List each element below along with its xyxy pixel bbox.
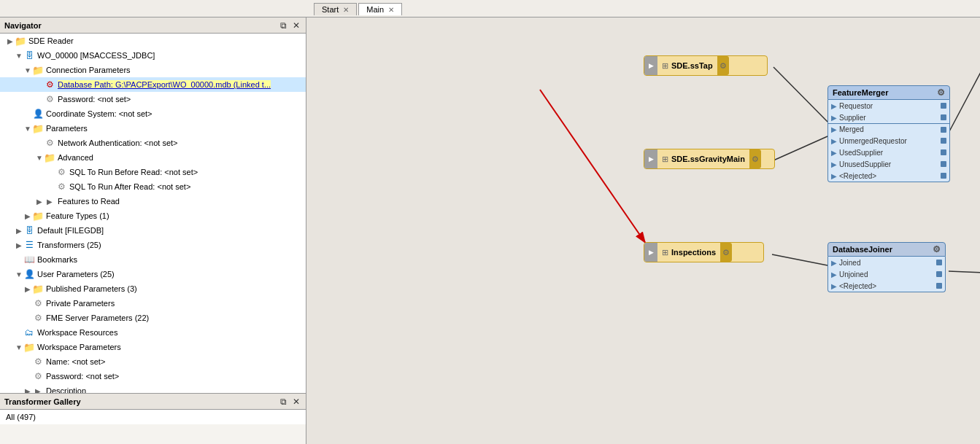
tree-item-bookmarks[interactable]: 📖 Bookmarks (0, 252, 306, 267)
label-advanced: Advanced (58, 153, 93, 162)
node-featuremerger[interactable]: FeatureMerger ⚙ ▶ Requestor ▶ Supplier (827, 85, 950, 182)
tree-item-sql-after[interactable]: ⚙ SQL To Run After Read: <not set> (0, 179, 306, 194)
port-right-sdetap[interactable]: ⚙ (717, 56, 729, 75)
tree-item-feature-types[interactable]: ▶ 📁 Feature Types (1) (0, 209, 306, 223)
node-dbjoiner[interactable]: DatabaseJoiner ⚙ ▶ Joined ▶ Unjoined (827, 242, 946, 292)
toggle-feature-types[interactable]: ▶ (23, 212, 32, 220)
port-merged: ▶ Merged (828, 123, 949, 135)
navigator-restore-btn[interactable]: ⧉ (279, 20, 288, 31)
toggle-filegdb[interactable]: ▶ (15, 227, 23, 235)
tree-item-private-params[interactable]: ⚙ Private Parameters (0, 296, 306, 311)
port-left-sdetap: ▶ (644, 56, 657, 75)
tree-item-password[interactable]: ⚙ Password: <not set> (0, 92, 306, 106)
tree-item-fme-server[interactable]: ⚙ FME Server Parameters (22) (0, 311, 306, 325)
gallery-all-label: All (497) (6, 413, 36, 421)
navigator-close-btn[interactable]: ✕ (291, 20, 301, 31)
tree-item-default-filegdb[interactable]: ▶ 🗄 Default [FILEGDB] (0, 223, 306, 238)
gallery-close-btn[interactable]: ✕ (291, 397, 301, 407)
gear-icon-gravity[interactable]: ⚙ (752, 155, 759, 164)
featuremerger-header[interactable]: FeatureMerger ⚙ (827, 85, 950, 100)
tree-item-workspace-params[interactable]: ▼ 📁 Workspace Parameters (0, 340, 306, 354)
tree-item-parameters[interactable]: ▼ 📁 Parameters (0, 121, 306, 136)
label-workspace-resources: Workspace Resources (37, 328, 117, 337)
connector-unjoined (936, 271, 942, 277)
toggle-transformers[interactable]: ▶ (15, 241, 23, 249)
tree-item-conn-params[interactable]: ▼ 📁 Connection Parameters (0, 63, 306, 77)
tree-item-sde-reader[interactable]: ▶ 📁 SDE Reader (0, 34, 306, 48)
toggle-published[interactable]: ▶ (23, 285, 32, 293)
gear-icon-insp[interactable]: ⚙ (722, 248, 730, 257)
arrow-icon-features: ▶ (44, 195, 55, 207)
toggle-ws-params[interactable]: ▼ (15, 343, 23, 351)
label-features-read: Features to Read (58, 197, 120, 206)
canvas-area: ▶ ⊞ SDE.ssTap ⚙ ▶ ⊞ SDE.ssGravityMain (306, 17, 980, 444)
tree-item-user-params[interactable]: ▼ 👤 User Parameters (25) (0, 267, 306, 281)
toggle-parameters[interactable]: ▼ (23, 125, 32, 133)
gear-icon-sdetap[interactable]: ⚙ (719, 61, 727, 71)
gear-icon-featuremerger[interactable]: ⚙ (937, 87, 945, 98)
arrow-usedsupplier: ▶ (831, 149, 837, 157)
label-merged: Merged (839, 125, 864, 133)
folder-icon-params: 📁 (32, 122, 44, 134)
label-conn-params: Connection Parameters (46, 66, 131, 74)
port-right-gravity[interactable]: ⚙ (749, 149, 761, 168)
folder-icon-conn: 📁 (32, 64, 44, 76)
gear-icon-pass: ⚙ (44, 93, 55, 105)
gallery-restore-btn[interactable]: ⧉ (279, 397, 288, 407)
gear-icon-dbjoiner[interactable]: ⚙ (933, 244, 941, 254)
node-sdegravity[interactable]: ▶ ⊞ SDE.ssGravityMain ⚙ (644, 149, 775, 169)
tree-item-name[interactable]: ⚙ Name: <not set> (0, 354, 306, 369)
gear-red-icon: ⚙ (44, 79, 55, 90)
tree-item-description[interactable]: ▶ ▶ Description (0, 383, 306, 393)
label-inspections: Inspections (671, 248, 716, 257)
toggle-features-read[interactable]: ▶ (35, 198, 44, 206)
tree-item-published-params[interactable]: ▶ 📁 Published Parameters (3) (0, 281, 306, 296)
label-password: Password: <not set> (58, 95, 131, 104)
tab-main[interactable]: Main ✕ (358, 3, 402, 15)
label-usedsupplier: UsedSupplier (839, 149, 883, 157)
tab-main-close[interactable]: ✕ (388, 6, 394, 14)
tree-item-pass2[interactable]: ⚙ Password: <not set> (0, 369, 306, 383)
label-unmerged: UnmergedRequestor (839, 137, 907, 145)
toggle-advanced[interactable]: ▼ (35, 154, 44, 162)
gallery-all-item[interactable]: All (497) (0, 410, 306, 424)
tree-item-coord[interactable]: 👤 Coordinate System: <not set> (0, 106, 306, 121)
label-description: Description (46, 386, 86, 393)
toggle-conn-params[interactable]: ▼ (23, 66, 32, 74)
toggle-description[interactable]: ▶ (23, 387, 32, 394)
label-private-params: Private Parameters (46, 299, 115, 308)
label-bookmarks: Bookmarks (37, 255, 77, 264)
tab-start-close[interactable]: ✕ (343, 6, 349, 14)
toggle-sde-reader[interactable]: ▶ (6, 37, 15, 45)
label-net-auth: Network Authentication: <not set> (58, 139, 178, 147)
tree-item-features-read[interactable]: ▶ ▶ Features to Read (0, 194, 306, 209)
tree-item-sql-before[interactable]: ⚙ SQL To Run Before Read: <not set> (0, 165, 306, 179)
tree-item-transformers[interactable]: ▶ ☰ Transformers (25) (0, 238, 306, 252)
dbjoiner-header[interactable]: DatabaseJoiner ⚙ (827, 242, 946, 257)
tree-item-workspace-resources[interactable]: 🗂 Workspace Resources (0, 325, 306, 340)
label-default-filegdb: Default [FILEGDB] (37, 226, 104, 235)
label-fme-server: FME Server Parameters (22) (46, 313, 149, 322)
node-sdetap[interactable]: ▶ ⊞ SDE.ssTap ⚙ (644, 55, 768, 76)
canvas-connections (306, 17, 980, 444)
tab-start[interactable]: Start ✕ (314, 3, 357, 15)
label-coord: Coordinate System: <not set> (46, 109, 153, 118)
tree-item-wo[interactable]: ▼ 🗄 WO_00000 [MSACCESS_JDBC] (0, 48, 306, 63)
arrow-unjoined: ▶ (831, 270, 837, 279)
tree-item-advanced[interactable]: ▼ 📁 Advanced (0, 150, 306, 165)
db-icon-filegdb: 🗄 (23, 225, 35, 236)
toggle-wo[interactable]: ▼ (15, 52, 23, 60)
folder-icon-sde: 📁 (15, 35, 26, 47)
port-rejected-fm: ▶ <Rejected> (828, 170, 949, 182)
port-right-insp[interactable]: ⚙ (720, 243, 732, 262)
node-inspections[interactable]: ▶ ⊞ Inspections ⚙ (644, 242, 764, 262)
arrow-rejected-fm: ▶ (831, 172, 837, 180)
tree-item-db-path[interactable]: ⚙ Database Path: G:\PACPExport\WO_00000.… (0, 77, 306, 92)
label-sdetap: SDE.ssTap (671, 61, 713, 70)
connector-rejected-fm (941, 173, 946, 179)
toggle-user-params[interactable]: ▼ (15, 270, 23, 279)
label-unusedsupplier: UnusedSupplier (839, 160, 891, 168)
label-rejected-dj: <Rejected> (839, 282, 876, 290)
label-feature-types: Feature Types (1) (46, 211, 109, 220)
tree-item-net-auth[interactable]: ⚙ Network Authentication: <not set> (0, 136, 306, 150)
